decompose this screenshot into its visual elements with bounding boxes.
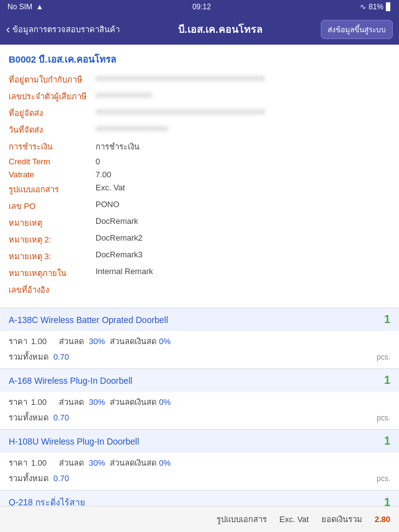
product-header: H-108U Wireless Plug-In Doorbell 1 (0, 429, 399, 453)
address-row: ที่อยู่ตามใบกำกับภาษี xxxxxxxxxxxxxxxxxx… (9, 73, 390, 86)
cash-discount-label: ส่วนลดเงินสด (110, 335, 156, 348)
po-value: PONO (96, 200, 390, 209)
product-total-row: รวมทั้งหมด 0.70 pcs. (9, 350, 390, 363)
product-name: H-108U Wireless Plug-In Doorbell (9, 437, 139, 446)
product-detail: ราคา 1.00 ส่วนลด 30% ส่วนลดเงินสด 0% รวม… (0, 392, 399, 429)
doc-format-value: Exc. Vat (96, 183, 390, 192)
discount-label: ส่วนลด (59, 396, 84, 409)
footer-grand-total-label: ยอดเงินรวม (321, 513, 362, 526)
product-header: A-138C Wireless Batter Oprated Doorbell … (0, 308, 399, 331)
address-label: ที่อยู่ตามใบกำกับภาษี (9, 73, 96, 86)
remark1-row: หมายเหตุ DocRemark (9, 216, 390, 229)
status-time: 09:12 (192, 2, 211, 11)
tax-id-row: เลขประจำตัวผู้เสียภาษี xxxxxxxxxxxxxx (9, 90, 390, 103)
price-value: 1.00 (31, 458, 47, 468)
remark3-value: DocRemark3 (96, 250, 390, 259)
shipping-date-label: วันที่จัดส่ง (9, 123, 96, 136)
total-label: รวมทั้งหมด (9, 350, 48, 363)
product-name: A-168 Wireless Plug-In Doorbell (9, 376, 132, 386)
credit-term-label: Credit Term (9, 157, 96, 166)
product-qty: 1 (384, 435, 390, 448)
payment-row: การชำระเงิน การชำระเงิน (9, 140, 390, 153)
product-total-row: รวมทั้งหมด 0.70 pcs. (9, 411, 390, 424)
footer-bar: รูปแบบเอกสาร Exc. Vat ยอดเงินรวม 2.80 (0, 506, 399, 532)
carrier-label: No SIM (7, 2, 32, 11)
internal-remark-value: Internal Remark (96, 267, 390, 276)
chevron-left-icon: ‹ (6, 24, 10, 35)
doc-format-row: รูปแบบเอกสาร Exc. Vat (9, 183, 390, 196)
back-label: ข้อมูลการตรวจสอบราคาสินค้า (12, 23, 120, 36)
price-label: ราคา (9, 396, 27, 409)
discount-value: 30% (89, 337, 105, 346)
remark2-row: หมายเหตุ 2: DocRemark2 (9, 233, 390, 246)
company-title: B0002 บี.เอส.เค.คอนโทรล (9, 52, 390, 67)
price-value: 1.00 (31, 397, 47, 407)
po-label: เลข PO (9, 200, 96, 213)
cash-discount-label: ส่วนลดเงินสด (110, 396, 156, 409)
remark2-label: หมายเหตุ 2: (9, 233, 96, 246)
remark1-value: DocRemark (96, 216, 390, 226)
product-item: A-168 Wireless Plug-In Doorbell 1 ราคา 1… (0, 368, 399, 429)
tax-id-value: xxxxxxxxxxxxxx (96, 90, 390, 99)
vatrate-row: Vatrate 7.00 (9, 170, 390, 179)
remark2-value: DocRemark2 (96, 233, 390, 242)
battery-label: 81% (369, 2, 383, 11)
product-price-row: ราคา 1.00 ส่วนลด 30% ส่วนลดเงินสด 0% (9, 396, 390, 409)
price-label: ราคา (9, 456, 27, 469)
shipping-address-label: ที่อยู่จัดส่ง (9, 107, 96, 120)
product-detail: ราคา 1.00 ส่วนลด 30% ส่วนลดเงินสด 0% รวม… (0, 453, 399, 490)
total-value: 0.70 (53, 474, 69, 483)
status-bar-left: No SIM ▲ (7, 2, 43, 11)
internal-remark-row: หมายเหตุภายใน Internal Remark (9, 267, 390, 280)
cash-discount-label: ส่วนลดเงินสด (110, 456, 156, 469)
discount-label: ส่วนลด (59, 335, 84, 348)
wifi-icon: ▲ (36, 2, 43, 11)
product-detail: ราคา 1.00 ส่วนลด 30% ส่วนลดเงินสด 0% รวม… (0, 331, 399, 368)
ref-label: เลขที่อ้างอิง (9, 283, 96, 296)
footer-doc-format-value: Exc. Vat (279, 515, 308, 524)
product-price-row: ราคา 1.00 ส่วนลด 30% ส่วนลดเงินสด 0% (9, 335, 390, 348)
internal-remark-label: หมายเหตุภายใน (9, 267, 96, 280)
tax-id-label: เลขประจำตัวผู้เสียภาษี (9, 90, 96, 103)
product-item: A-138C Wireless Batter Oprated Doorbell … (0, 308, 399, 368)
product-list: A-138C Wireless Batter Oprated Doorbell … (0, 308, 399, 532)
nav-bar: ‹ ข้อมูลการตรวจสอบราคาสินค้า บี.เอส.เค.ค… (0, 14, 399, 45)
status-bar: No SIM ▲ 09:12 ∿ 81% ▊ (0, 0, 399, 14)
total-label: รวมทั้งหมด (9, 411, 48, 424)
remark3-label: หมายเหตุ 3: (9, 250, 96, 263)
send-button[interactable]: ส่งข้อมูลขึ้นสู่ระบบ (321, 20, 393, 39)
po-row: เลข PO PONO (9, 200, 390, 213)
shipping-date-value: xxxxxxxxxxxxxxxxxx (96, 123, 390, 133)
discount-label: ส่วนลด (59, 456, 84, 469)
shipping-address-row: ที่อยู่จัดส่ง xxxxxxxxxxxxxxxxxxxxxxxxxx… (9, 107, 390, 120)
shipping-date-row: วันที่จัดส่ง xxxxxxxxxxxxxxxxxx (9, 123, 390, 136)
battery-icon: ▊ (386, 2, 392, 11)
unit-label: pcs. (377, 353, 390, 361)
product-item: H-108U Wireless Plug-In Doorbell 1 ราคา … (0, 429, 399, 490)
remark1-label: หมายเหตุ (9, 216, 96, 229)
bluetooth-icon: ∿ (360, 2, 366, 11)
address-value: xxxxxxxxxxxxxxxxxxxxxxxxxxxxxxxxxxxxxxxx… (96, 73, 390, 82)
total-value: 0.70 (53, 413, 69, 422)
remark3-row: หมายเหตุ 3: DocRemark3 (9, 250, 390, 263)
unit-label: pcs. (377, 414, 390, 422)
discount-value: 30% (89, 397, 105, 407)
vatrate-label: Vatrate (9, 170, 96, 179)
back-button[interactable]: ‹ ข้อมูลการตรวจสอบราคาสินค้า (6, 23, 120, 36)
main-content: B0002 บี.เอส.เค.คอนโทรล ที่อยู่ตามใบกำกั… (0, 45, 399, 308)
unit-label: pcs. (377, 474, 390, 483)
total-label: รวมทั้งหมด (9, 472, 48, 485)
vatrate-value: 7.00 (96, 170, 390, 179)
cash-discount-value: 0% (159, 458, 171, 468)
payment-label: การชำระเงิน (9, 140, 96, 153)
credit-term-value: 0 (96, 157, 390, 166)
credit-term-row: Credit Term 0 (9, 157, 390, 166)
product-name: A-138C Wireless Batter Oprated Doorbell (9, 315, 168, 325)
payment-value: การชำระเงิน (96, 140, 390, 153)
ref-row: เลขที่อ้างอิง (9, 283, 390, 296)
total-value: 0.70 (53, 352, 69, 361)
product-price-row: ราคา 1.00 ส่วนลด 30% ส่วนลดเงินสด 0% (9, 456, 390, 469)
cash-discount-value: 0% (159, 337, 171, 346)
nav-title: บี.เอส.เค.คอนโทรล (125, 22, 316, 37)
product-total-row: รวมทั้งหมด 0.70 pcs. (9, 472, 390, 485)
